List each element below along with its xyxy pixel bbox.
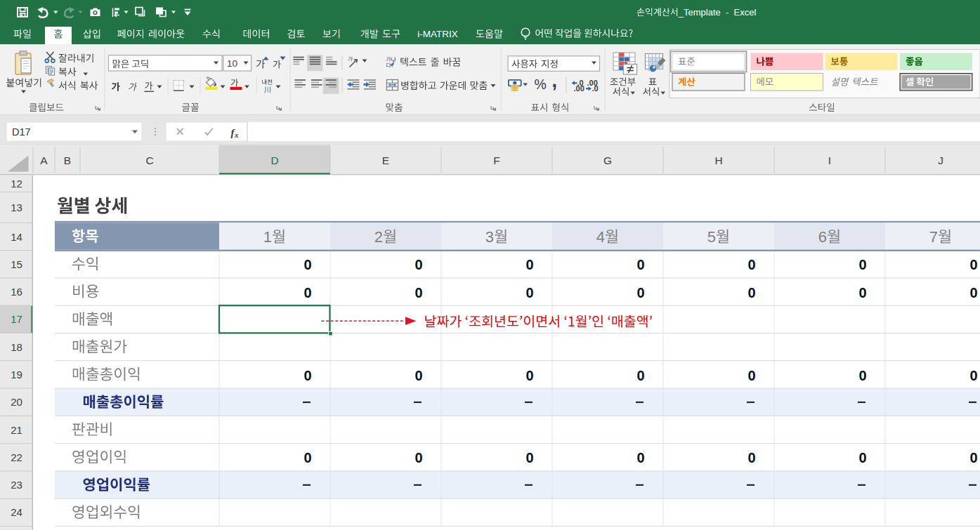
svg-text:10: 10	[227, 58, 237, 69]
svg-text:A: A	[40, 154, 48, 166]
svg-text:C: C	[145, 154, 153, 166]
svg-text:0: 0	[414, 450, 422, 465]
svg-text:i-MATRIX: i-MATRIX	[417, 29, 458, 39]
svg-text:%: %	[535, 77, 547, 92]
svg-text:G: G	[603, 154, 612, 166]
svg-text:0: 0	[858, 450, 866, 465]
svg-text:D17: D17	[12, 126, 31, 138]
svg-text:D: D	[270, 154, 278, 166]
svg-text:0: 0	[303, 450, 311, 465]
svg-text:5: 5	[707, 228, 716, 246]
svg-text:0: 0	[414, 285, 422, 300]
svg-text:x: x	[234, 131, 239, 139]
svg-text:0: 0	[858, 285, 866, 300]
svg-text:0: 0	[636, 285, 644, 300]
svg-text:,: ,	[552, 70, 558, 91]
svg-text:0: 0	[414, 368, 422, 383]
svg-text:0: 0	[747, 285, 755, 300]
svg-text:E: E	[382, 154, 389, 166]
svg-text:4: 4	[596, 228, 605, 246]
svg-text:0: 0	[858, 368, 866, 383]
svg-text:0: 0	[747, 368, 755, 383]
svg-text:3: 3	[485, 228, 494, 246]
svg-text:7: 7	[929, 228, 938, 246]
svg-text:22: 22	[11, 451, 22, 463]
svg-text:21: 21	[11, 424, 22, 436]
svg-text:1: 1	[263, 228, 272, 246]
svg-text:0: 0	[525, 285, 533, 300]
svg-text:0: 0	[969, 285, 977, 300]
svg-text:2: 2	[374, 228, 383, 246]
svg-text:20: 20	[11, 396, 22, 408]
svg-text:_Template - Excel: _Template - Excel	[678, 7, 757, 18]
svg-text:0: 0	[636, 450, 644, 465]
svg-text:15: 15	[11, 258, 22, 270]
svg-text:19: 19	[11, 369, 22, 380]
svg-text:F: F	[493, 154, 499, 166]
svg-text:14: 14	[11, 231, 22, 243]
svg-text:I: I	[828, 154, 831, 166]
svg-text:.0: .0	[592, 84, 599, 93]
svg-text:0: 0	[858, 257, 866, 272]
svg-text:17: 17	[11, 313, 22, 325]
svg-text:6: 6	[818, 228, 827, 246]
svg-text:16: 16	[11, 286, 22, 298]
svg-text:J: J	[938, 154, 943, 166]
svg-text:0: 0	[303, 368, 311, 383]
svg-text:.00: .00	[574, 84, 584, 93]
svg-text:24: 24	[11, 506, 22, 518]
svg-text:0: 0	[525, 450, 533, 465]
svg-text:18: 18	[11, 341, 22, 353]
svg-text:0: 0	[414, 257, 422, 272]
svg-text:B: B	[64, 154, 71, 166]
svg-text:H: H	[714, 154, 722, 166]
svg-text:0: 0	[636, 257, 644, 272]
svg-text:0: 0	[969, 450, 977, 465]
svg-text:13: 13	[11, 201, 22, 213]
svg-text:0: 0	[525, 368, 533, 383]
svg-text:23: 23	[11, 479, 22, 491]
svg-text:0: 0	[969, 257, 977, 272]
svg-text:0: 0	[303, 257, 311, 272]
svg-text:0: 0	[303, 285, 311, 300]
svg-text:0: 0	[747, 450, 755, 465]
svg-text:12: 12	[11, 178, 22, 190]
svg-text:0: 0	[636, 368, 644, 383]
svg-text:0: 0	[969, 368, 977, 383]
svg-text:0: 0	[525, 257, 533, 272]
svg-text:0: 0	[747, 257, 755, 272]
